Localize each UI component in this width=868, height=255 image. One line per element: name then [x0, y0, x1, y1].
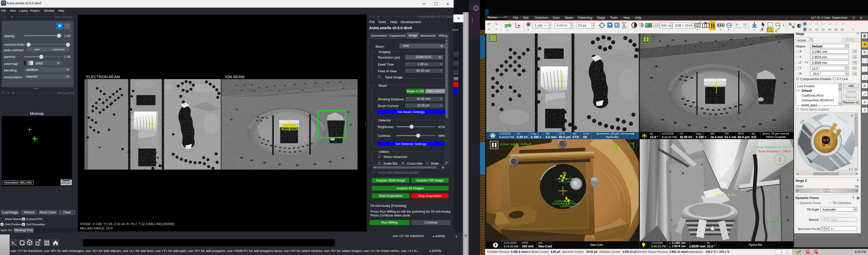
svg-text:e: e: [808, 252, 809, 254]
svg-text:Scan Rotation I: 180.0 °: Scan Rotation I: 180.0 °: [758, 149, 793, 153]
svg-text:4.0 mm: 4.0 mm: [725, 193, 736, 197]
svg-text:Grid2_pos1: Grid2_pos1: [559, 180, 572, 183]
svg-text:DOOR: DOOR: [797, 138, 800, 145]
svg-text:LiftInPos1: LiftInPos1: [560, 204, 572, 208]
svg-text:i: i: [816, 252, 817, 254]
svg-text:z: z: [776, 231, 777, 234]
svg-text:y: y: [766, 224, 768, 227]
svg-text:x: x: [777, 218, 778, 221]
svg-text:Scan Rotation E: 180.0 °: Scan Rotation E: 180.0 °: [757, 145, 793, 149]
